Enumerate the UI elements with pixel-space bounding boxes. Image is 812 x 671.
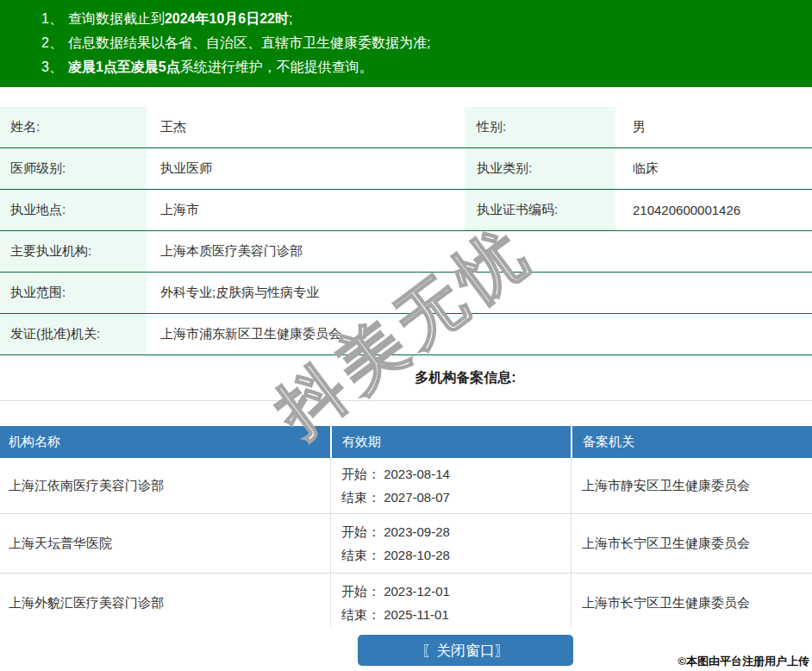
validity-start: 开始： 2023-12-01 [341,580,450,603]
field-label-practice-scope: 执业范围: [0,273,147,313]
notice-number: 1、 [41,11,63,26]
table-row: 姓名: 王杰 性别: 男 [0,107,812,148]
notice-line-3: 3、凌晨1点至凌晨5点系统进行维护，不能提供查询。 [41,55,812,79]
field-value-practice-location: 上海市 [147,190,465,230]
field-label-practice-location: 执业地点: [0,190,147,230]
field-label-name: 姓名: [0,107,147,147]
notice-text: ; [289,11,292,26]
column-header-validity: 有效期 [330,426,571,458]
field-value-issuing-authority: 上海市浦东新区卫生健康委员会 [147,314,812,354]
field-value-practice-scope: 外科专业;皮肤病与性病专业 [147,273,812,313]
column-header-authority: 备案机关 [571,426,812,458]
notice-text-bold: 凌晨1点至凌晨5点 [68,60,180,74]
institution-name: 上海外貌汇医疗美容门诊部 [0,574,330,627]
table-row: 主要执业机构: 上海本质医疗美容门诊部 [0,231,812,273]
notice-line-1: 1、查询数据截止到2024年10月6日22时; [41,7,812,31]
query-result-window: 1、查询数据截止到2024年10月6日22时; 2、信息数据结果以各省、自治区、… [0,0,812,671]
notice-text: 信息数据结果以各省、自治区、直辖市卫生健康委数据为准; [68,35,430,50]
table-row: 上海天坛普华医院 开始： 2023-09-28 结束： 2028-10-28 上… [0,514,812,574]
field-value-practice-category: 临床 [615,148,812,189]
table-row: 发证(批准)机关: 上海市浦东新区卫生健康委员会 [0,314,812,355]
filing-authority: 上海市长宁区卫生健康委员会 [571,514,812,573]
validity-period: 开始： 2023-12-01 结束： 2025-11-01 [330,574,571,627]
validity-period: 开始： 2023-09-28 结束： 2028-10-28 [330,514,571,573]
notice-banner: 1、查询数据截止到2024年10月6日22时; 2、信息数据结果以各省、自治区、… [0,0,812,87]
field-label-practice-category: 执业类别: [465,148,615,189]
column-header-institution: 机构名称 [0,426,330,458]
validity-start: 开始： 2023-09-28 [341,520,450,543]
table-row: 医师级别: 执业医师 执业类别: 临床 [0,148,812,190]
validity-end: 结束： 2027-08-07 [341,486,450,509]
table-row: 上海江依南医疗美容门诊部 开始： 2023-08-14 结束： 2027-08-… [0,458,812,514]
table-row: 上海外貌汇医疗美容门诊部 开始： 2023-12-01 结束： 2025-11-… [0,574,812,627]
institution-name: 上海江依南医疗美容门诊部 [0,458,330,513]
filing-authority: 上海市静安区卫生健康委员会 [571,458,812,513]
field-label-main-institution: 主要执业机构: [0,231,147,272]
institution-name: 上海天坛普华医院 [0,514,330,573]
multi-institution-section-title: 多机构备案信息: [0,355,812,401]
table-row: 执业地点: 上海市 执业证书编码: 210420600001426 [0,190,812,231]
upload-attribution: ©本图由平台注册用户上传 [678,654,809,669]
table-row: 执业范围: 外科专业;皮肤病与性病专业 [0,273,812,314]
notice-number: 3、 [41,60,63,74]
field-label-license-number: 执业证书编码: [465,190,615,230]
notice-text: 系统进行维护，不能提供查询。 [180,60,373,74]
doctor-info-table: 姓名: 王杰 性别: 男 医师级别: 执业医师 执业类别: 临床 执业地点: 上… [0,107,812,355]
field-label-gender: 性别: [465,107,615,147]
field-value-gender: 男 [615,107,812,147]
validity-end: 结束： 2028-10-28 [341,543,450,567]
field-value-doctor-level: 执业医师 [147,148,465,189]
registration-table: 机构名称 有效期 备案机关 上海江依南医疗美容门诊部 开始： 2023-08-1… [0,426,812,627]
filing-authority: 上海市长宁区卫生健康委员会 [571,574,812,627]
registration-table-header: 机构名称 有效期 备案机关 [0,426,812,458]
field-label-issuing-authority: 发证(批准)机关: [0,314,147,354]
validity-start: 开始： 2023-08-14 [341,462,450,486]
field-label-doctor-level: 医师级别: [0,148,147,189]
notice-number: 2、 [41,35,63,50]
content-area: 1、查询数据截止到2024年10月6日22时; 2、信息数据结果以各省、自治区、… [0,0,812,627]
notice-text-bold: 2024年10月6日22时 [165,11,289,26]
field-value-name: 王杰 [147,107,465,147]
close-window-button[interactable]: 〖关闭窗口〗 [358,635,573,666]
notice-text: 查询数据截止到 [68,11,165,26]
field-value-main-institution: 上海本质医疗美容门诊部 [147,231,812,272]
validity-end: 结束： 2025-11-01 [341,603,449,626]
notice-line-2: 2、信息数据结果以各省、自治区、直辖市卫生健康委数据为准; [41,31,812,55]
field-value-license-number: 210420600001426 [615,190,812,230]
validity-period: 开始： 2023-08-14 结束： 2027-08-07 [330,458,571,513]
